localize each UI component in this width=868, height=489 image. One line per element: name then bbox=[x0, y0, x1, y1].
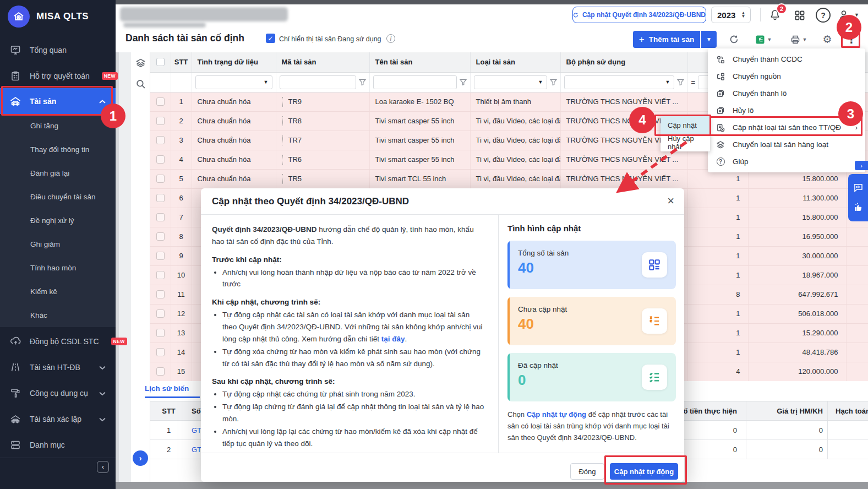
account-caret-icon[interactable]: ▼ bbox=[854, 12, 859, 18]
col-header-stt[interactable]: STT bbox=[171, 52, 192, 72]
settings-button[interactable]: ⚙ bbox=[818, 31, 837, 47]
year-stepper-icon[interactable]: ▲▼ bbox=[741, 12, 745, 18]
row-checkbox[interactable] bbox=[156, 329, 165, 337]
menu-item-convert-lot[interactable]: Chuyển thành lô bbox=[708, 85, 865, 102]
row-checkbox[interactable] bbox=[156, 194, 165, 202]
cell-dept: TRƯỜNG THCS NGUYỄN VIẾT ... bbox=[560, 150, 687, 169]
col-header-type[interactable]: Loại tài sản bbox=[470, 52, 560, 72]
submenu-item[interactable]: Ghi tăng bbox=[0, 114, 116, 138]
row-checkbox[interactable] bbox=[156, 232, 165, 241]
account-button[interactable] bbox=[837, 8, 851, 22]
row-checkbox[interactable] bbox=[156, 271, 165, 279]
col-header-dept[interactable]: Bộ phận sử dụng bbox=[560, 52, 687, 72]
card-accent-bar bbox=[507, 241, 510, 289]
modal-before-title: Trước khi cập nhật: bbox=[212, 254, 486, 266]
submenu-item[interactable]: Ghi giảm bbox=[0, 232, 116, 256]
new-badge: NEW bbox=[111, 338, 127, 345]
expand-panel-button[interactable]: › bbox=[133, 450, 148, 466]
year-selector[interactable]: 2023 ▲▼ bbox=[711, 7, 751, 23]
support-widget[interactable] bbox=[848, 174, 868, 221]
menu-item-cancel-lot[interactable]: Hủy lô bbox=[708, 102, 865, 119]
auto-update-link[interactable]: Cập nhật tự động bbox=[527, 410, 586, 419]
modal-note: Chọn Cập nhật tự động để cập nhật trước … bbox=[507, 409, 676, 443]
cell-type: Ti vi, đầu Video, các loại đầu th... bbox=[470, 131, 560, 150]
sidebar-item-infrastructure[interactable]: Tài sản HT-ĐB bbox=[0, 354, 116, 380]
add-asset-dropdown[interactable]: ▼ bbox=[701, 31, 717, 48]
row-checkbox[interactable] bbox=[156, 348, 165, 356]
dept-filter-select[interactable]: ▼ bbox=[564, 75, 674, 89]
row-checkbox[interactable] bbox=[156, 309, 165, 318]
sidebar-label: Tài sản bbox=[30, 97, 56, 106]
apps-button[interactable] bbox=[793, 8, 807, 23]
type-filter-select[interactable]: ▼ bbox=[474, 75, 547, 89]
code-filter-input[interactable] bbox=[280, 75, 356, 89]
submenu-item[interactable]: Đánh giá lại bbox=[0, 161, 116, 185]
close-icon[interactable]: × bbox=[667, 195, 674, 207]
sidebar-item-category[interactable]: Danh mục bbox=[0, 432, 116, 458]
col-header-status[interactable]: Tình trạng dữ liệu bbox=[192, 52, 276, 72]
sidebar-collapse-button[interactable]: ‹ bbox=[97, 461, 109, 473]
thumbs-up-icon[interactable] bbox=[853, 202, 864, 213]
row-checkbox[interactable] bbox=[156, 136, 165, 144]
here-link[interactable]: tại đây bbox=[381, 335, 405, 343]
menu-item-help[interactable]: ? Giúp bbox=[708, 153, 865, 170]
submenu-item[interactable]: Tính hao mòn bbox=[0, 256, 116, 280]
sidebar-item-overview[interactable]: Tổng quan bbox=[0, 37, 116, 63]
export-excel-button[interactable]: ▼ bbox=[749, 31, 778, 47]
cell-value: 48.418.786 bbox=[748, 343, 846, 362]
update-decision-button[interactable]: Cập nhật Quyết định 34/2023/QĐ-UBND bbox=[572, 7, 706, 23]
menu-item-bulk-change-type[interactable]: Chuyển loại tài sản hàng loạt bbox=[708, 136, 865, 153]
row-checkbox[interactable] bbox=[156, 367, 165, 376]
row-checkbox[interactable] bbox=[156, 213, 165, 221]
cell-name: Loa karaoke E- 1502 BQ bbox=[369, 92, 470, 111]
sidebar-item-tools[interactable]: Công cụ dụng cụ bbox=[0, 380, 116, 406]
row-checkbox[interactable] bbox=[156, 97, 165, 106]
col-header-name[interactable]: Tên tài sản bbox=[369, 52, 470, 72]
funnel-icon[interactable] bbox=[359, 79, 366, 86]
sidebar-item-assets[interactable]: Tài sản bbox=[0, 88, 116, 114]
row-checkbox[interactable] bbox=[156, 155, 165, 164]
more-options-button[interactable]: ⋮ bbox=[843, 31, 860, 48]
row-checkbox[interactable] bbox=[156, 117, 165, 125]
submenu-item[interactable]: Kiểm kê bbox=[0, 280, 116, 303]
chat-icon[interactable] bbox=[853, 182, 864, 193]
context-item-cancel-update[interactable]: Hủy cập nhật bbox=[660, 134, 710, 151]
funnel-icon[interactable] bbox=[460, 79, 467, 86]
row-checkbox[interactable] bbox=[156, 290, 165, 298]
submenu-item[interactable]: Thay đổi thông tin bbox=[0, 138, 116, 161]
auto-update-button[interactable]: Cập nhật tự động bbox=[610, 463, 678, 480]
collapse-widget-tab[interactable]: › bbox=[855, 161, 868, 170]
in-use-filter-checkbox[interactable]: ✓ bbox=[266, 34, 275, 43]
column-chooser-button[interactable] bbox=[135, 58, 146, 70]
submenu-item[interactable]: Điều chuyển tài sản bbox=[0, 185, 116, 209]
tab-history[interactable]: Lịch sử biến bbox=[145, 384, 200, 398]
cell-qty: 4 bbox=[687, 362, 748, 381]
select-all-checkbox[interactable] bbox=[156, 58, 165, 66]
name-filter-input[interactable] bbox=[373, 75, 457, 89]
submenu-item[interactable]: Đề nghị xử lý bbox=[0, 209, 116, 232]
status-filter-select[interactable]: ▼ bbox=[195, 75, 272, 89]
menu-item-convert-source[interactable]: Chuyển nguồn bbox=[708, 68, 865, 85]
row-checkbox[interactable] bbox=[156, 252, 165, 260]
context-item-update[interactable]: Cập nhật bbox=[660, 116, 710, 134]
help-button[interactable]: ? bbox=[816, 8, 831, 23]
sidebar-item-sync-csdl[interactable]: Đồng bộ CSDL STC NEW bbox=[0, 328, 116, 354]
col-header-code[interactable]: Mã tài sản bbox=[276, 52, 369, 72]
equals-filter-icon[interactable]: = bbox=[691, 78, 696, 86]
print-button[interactable]: ▼ bbox=[784, 31, 814, 47]
cell-type: Ti vi, đầu Video, các loại đầu th... bbox=[470, 111, 560, 131]
funnel-icon[interactable] bbox=[550, 79, 557, 86]
cell-dept: TRƯỜNG THCS NGUYỄN VIẾT ... bbox=[560, 169, 687, 188]
sidebar-item-established-assets[interactable]: Tài sản xác lập bbox=[0, 406, 116, 432]
info-icon[interactable]: i bbox=[386, 34, 395, 43]
refresh-button[interactable] bbox=[724, 31, 744, 47]
sidebar-item-settlement[interactable]: Hỗ trợ quyết toán NEW bbox=[0, 63, 116, 89]
funnel-icon[interactable] bbox=[677, 79, 684, 86]
add-asset-button[interactable]: + Thêm tài sản bbox=[633, 31, 700, 48]
menu-item-convert-ccdc[interactable]: Chuyển thành CCDC bbox=[708, 51, 865, 68]
close-button[interactable]: Đóng bbox=[570, 463, 604, 480]
table-search-button[interactable] bbox=[135, 79, 146, 91]
row-checkbox[interactable] bbox=[156, 175, 165, 183]
submenu-item[interactable]: Khác bbox=[0, 303, 116, 327]
menu-item-update-asset-type[interactable]: Cập nhật loại tài sản theo TT/QĐ › bbox=[708, 119, 865, 136]
